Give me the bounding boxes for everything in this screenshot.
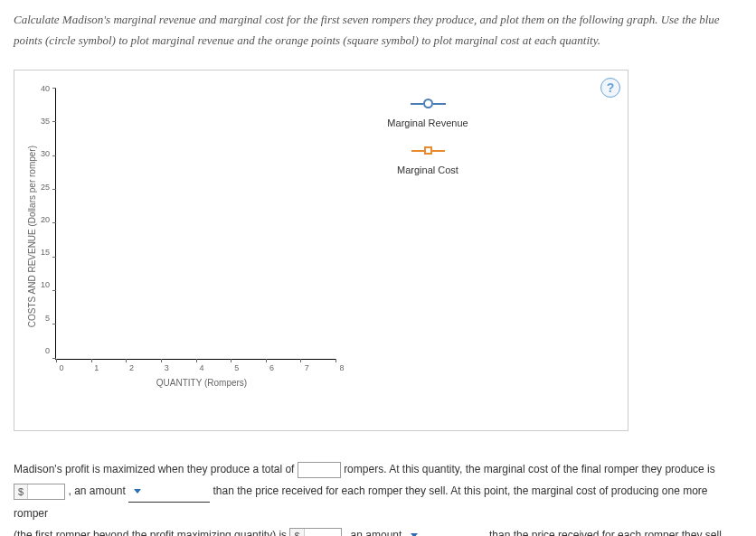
y-tick: 30 (41, 149, 50, 158)
y-tick: 35 (41, 117, 50, 126)
text-fragment: (the first romper beyond the profit maxi… (14, 529, 289, 536)
y-axis-label: COSTS AND REVENUE (Dollars per romper) (24, 146, 41, 327)
circle-icon (373, 98, 482, 110)
y-tick: 5 (41, 314, 50, 323)
y-tick: 10 (41, 280, 50, 289)
x-tick: 5 (232, 363, 241, 372)
x-tick: 2 (128, 363, 137, 372)
legend-label: Marginal Cost (373, 165, 482, 175)
y-tick: 20 (41, 215, 50, 224)
x-tick: 1 (92, 363, 101, 372)
square-icon (373, 145, 482, 157)
help-icon[interactable]: ? (600, 78, 620, 98)
text-fragment: Madison's profit is maximized when they … (14, 463, 298, 475)
y-axis-ticks: 0 5 10 15 20 25 30 35 40 (41, 84, 55, 355)
comparison-dropdown-2[interactable] (405, 525, 487, 536)
mc-next-input[interactable]: $ (289, 528, 341, 536)
text-fragment: than the price received for each romper … (489, 529, 724, 536)
x-axis-label: QUANTITY (Rompers) (61, 378, 342, 388)
dollar-sign-icon: $ (14, 484, 28, 499)
legend-marginal-revenue[interactable]: Marginal Revenue (373, 98, 482, 128)
chart-container: ? COSTS AND REVENUE (Dollars per romper)… (14, 70, 628, 431)
x-tick: 4 (197, 363, 206, 372)
x-tick: 3 (162, 363, 171, 372)
y-tick: 15 (41, 248, 50, 257)
x-tick: 7 (302, 363, 311, 372)
instructions-text: Calculate Madison's marginal revenue and… (14, 9, 742, 52)
legend: Marginal Revenue Marginal Cost (346, 89, 482, 421)
mc-next-field[interactable] (305, 529, 341, 536)
y-tick: 0 (41, 346, 50, 355)
comparison-dropdown-1[interactable] (128, 481, 210, 503)
text-fragment: , an amount (345, 529, 405, 536)
y-tick: 40 (41, 84, 50, 93)
x-axis-ticks: 0 1 2 3 4 5 6 7 8 (57, 360, 346, 372)
legend-marginal-cost[interactable]: Marginal Cost (373, 145, 482, 175)
mc-final-input[interactable]: $ (14, 484, 65, 500)
plot-area[interactable] (55, 89, 335, 360)
legend-label: Marginal Revenue (373, 118, 482, 128)
text-fragment: , an amount (68, 484, 128, 497)
x-tick: 6 (268, 363, 277, 372)
quantity-input[interactable] (298, 462, 341, 478)
y-tick: 25 (41, 183, 50, 192)
dollar-sign-icon: $ (290, 529, 304, 536)
text-fragment: rompers. At this quantity, the marginal … (344, 463, 715, 475)
x-tick: 0 (57, 363, 66, 372)
question-block: Madison's profit is maximized when they … (14, 458, 742, 536)
x-tick: 8 (337, 363, 346, 372)
mc-final-field[interactable] (28, 484, 64, 499)
